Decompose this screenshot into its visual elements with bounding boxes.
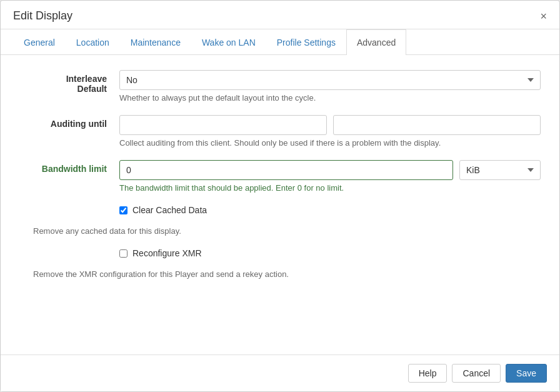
tab-bar: General Location Maintenance Wake on LAN… <box>1 29 559 55</box>
clear-cached-data-help: Remove any cached data for this display. <box>19 226 541 236</box>
tab-profile-settings[interactable]: Profile Settings <box>266 29 346 55</box>
interleave-default-select[interactable]: No Yes <box>119 70 541 90</box>
modal-footer: Help Cancel Save <box>1 354 559 391</box>
auditing-date-input[interactable] <box>119 115 327 135</box>
clear-cached-data-label-text: Clear Cached Data <box>132 205 207 215</box>
tab-location[interactable]: Location <box>66 29 120 55</box>
reconfigure-xmr-label-text: Reconfigure XMR <box>132 248 202 258</box>
interleave-default-group: InterleaveDefault No Yes Whether to alwa… <box>19 70 541 103</box>
clear-cached-data-label-wrap[interactable]: Clear Cached Data <box>119 205 207 215</box>
auditing-until-label: Auditing until <box>19 115 119 129</box>
bandwidth-unit-select[interactable]: KiB MiB GiB <box>459 160 541 180</box>
bandwidth-limit-label: Bandwidth limit <box>19 160 119 174</box>
auditing-until-help: Collect auditing from this client. Shoul… <box>119 138 541 148</box>
reconfigure-xmr-checkbox[interactable] <box>119 249 128 258</box>
clear-cached-data-checkbox[interactable] <box>119 206 128 214</box>
edit-display-modal: Edit Display × General Location Maintena… <box>0 0 560 392</box>
close-button[interactable]: × <box>540 11 547 22</box>
interleave-default-label: InterleaveDefault <box>19 70 119 94</box>
clear-cached-data-group: Clear Cached Data <box>19 205 541 215</box>
tab-maintenance[interactable]: Maintenance <box>120 29 191 55</box>
interleave-default-help: Whether to always put the default layout… <box>119 93 541 103</box>
auditing-inputs-row <box>119 115 541 135</box>
auditing-until-content: Collect auditing from this client. Shoul… <box>119 115 541 148</box>
bandwidth-limit-content: KiB MiB GiB The bandwidth limit that sho… <box>119 160 541 193</box>
modal-title: Edit Display <box>13 9 72 23</box>
interleave-default-content: No Yes Whether to always put the default… <box>119 70 541 103</box>
reconfigure-xmr-block: Reconfigure XMR Remove the XMR configura… <box>19 248 541 279</box>
reconfigure-xmr-group: Reconfigure XMR <box>19 248 541 258</box>
bandwidth-limit-group: Bandwidth limit KiB MiB GiB The bandwidt… <box>19 160 541 193</box>
modal-body: InterleaveDefault No Yes Whether to alwa… <box>1 55 559 306</box>
clear-cached-data-block: Clear Cached Data Remove any cached data… <box>19 205 541 236</box>
save-button[interactable]: Save <box>506 364 547 383</box>
modal-header: Edit Display × <box>1 1 559 29</box>
tab-wake-on-lan[interactable]: Wake on LAN <box>191 29 266 55</box>
bandwidth-limit-input[interactable] <box>119 160 453 180</box>
auditing-time-input[interactable] <box>333 115 541 135</box>
tab-general[interactable]: General <box>13 29 66 55</box>
reconfigure-xmr-help: Remove the XMR configuration for this Pl… <box>19 269 541 279</box>
auditing-until-group: Auditing until Collect auditing from thi… <box>19 115 541 148</box>
bandwidth-inputs-row: KiB MiB GiB <box>119 160 541 180</box>
bandwidth-limit-help: The bandwidth limit that should be appli… <box>119 183 541 193</box>
help-button[interactable]: Help <box>408 364 448 383</box>
tab-advanced[interactable]: Advanced <box>346 29 406 55</box>
cancel-button[interactable]: Cancel <box>452 364 501 383</box>
reconfigure-xmr-label-wrap[interactable]: Reconfigure XMR <box>119 248 202 258</box>
